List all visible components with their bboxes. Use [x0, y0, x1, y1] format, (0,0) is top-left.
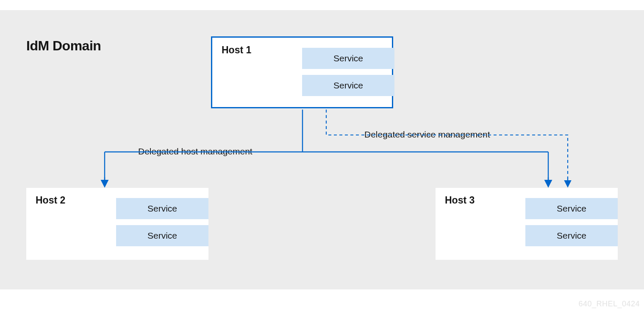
- diagram-canvas: IdM Domain Host 1 Service Service Host 2…: [0, 10, 644, 289]
- host2-service1: Service: [116, 198, 208, 219]
- host1-box: Host 1 Service Service: [211, 36, 393, 108]
- watermark-text: 640_RHEL_0424: [578, 300, 640, 308]
- host-mgmt-label: Delegated host management: [138, 146, 253, 157]
- host3-service2: Service: [525, 225, 618, 246]
- host2-box: Host 2 Service Service: [26, 188, 208, 260]
- svc-mgmt-label: Delegated service management: [364, 129, 490, 140]
- host3-label: Host 3: [445, 195, 475, 206]
- host2-label: Host 2: [36, 195, 65, 206]
- dashed-connector: [326, 110, 568, 184]
- diagram-title: IdM Domain: [26, 38, 101, 54]
- host1-label: Host 1: [222, 44, 251, 56]
- host1-service2: Service: [302, 75, 394, 96]
- host2-service2: Service: [116, 225, 208, 246]
- host3-box: Host 3 Service Service: [436, 188, 618, 260]
- host1-service1: Service: [302, 48, 394, 69]
- host3-service1: Service: [525, 198, 618, 219]
